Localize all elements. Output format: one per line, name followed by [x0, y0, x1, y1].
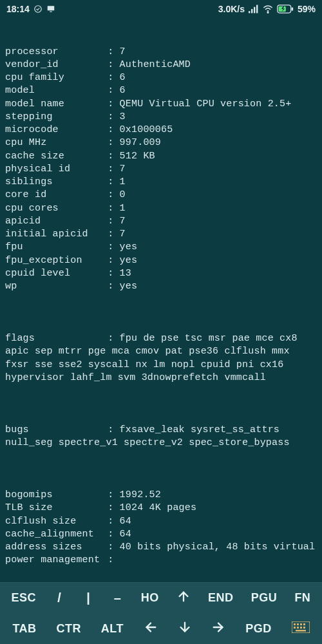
clock-text: 18:14: [6, 4, 30, 14]
svg-rect-16: [294, 627, 296, 629]
keyboard-toolbar: ESC/|–HOENDPGUFN TABCTRALTPGD: [0, 582, 322, 644]
cpuinfo-value: yes: [120, 254, 138, 267]
cpuinfo-key: fpu_exception: [5, 254, 102, 267]
svg-rect-20: [296, 630, 306, 632]
keyboard-icon: [292, 621, 310, 633]
cpuinfo-value: AuthenticAMD: [120, 59, 191, 71]
app-icon-2: [46, 5, 55, 14]
svg-rect-15: [303, 623, 305, 625]
cpuinfo-row: wp : yes: [5, 280, 317, 293]
svg-rect-10: [292, 7, 294, 10]
cpuinfo-key: siblings: [5, 176, 102, 189]
svg-point-0: [35, 6, 42, 13]
cpuinfo-row: bogomips : 1992.52: [5, 489, 317, 502]
cpuinfo-row: address sizes : 40 bits physical, 48 bit…: [5, 541, 317, 554]
cpuinfo-row: apicid : 7: [5, 215, 317, 228]
cpuinfo-key: fpu: [5, 241, 102, 254]
cpuinfo-value: 13: [120, 267, 131, 280]
cpuinfo-row: siblings : 1: [5, 176, 317, 189]
cpuinfo-key: power management: [5, 554, 102, 567]
svg-rect-6: [256, 5, 258, 14]
cpuinfo-value: 997.009: [120, 137, 161, 149]
cpuinfo-row: model name : QEMU Virtual CPU version 2.…: [5, 98, 317, 111]
svg-rect-2: [50, 12, 52, 12]
key-alt[interactable]: ALT: [97, 620, 128, 638]
cpuinfo-value: 1: [120, 202, 126, 215]
key-symbol[interactable]: |: [79, 588, 98, 608]
key-ctr[interactable]: CTR: [52, 620, 85, 638]
svg-rect-17: [297, 627, 299, 629]
cpuinfo-key: bogomips: [5, 489, 102, 502]
cpuinfo-row: fpu : yes: [5, 241, 317, 254]
cpuinfo-key: model name: [5, 98, 102, 111]
network-speed: 3.0K/s: [218, 4, 245, 14]
key-arrow-down[interactable]: [174, 618, 196, 640]
cpuinfo-key: stepping: [5, 111, 102, 124]
cpuinfo-row: cpu cores : 1: [5, 202, 317, 215]
cpuinfo-value: 3: [120, 111, 126, 124]
key-tab[interactable]: TAB: [8, 620, 40, 638]
app-icon-1: [33, 5, 43, 14]
cpuinfo-key: model: [5, 84, 102, 97]
key-arrow-left[interactable]: [140, 618, 162, 640]
cpuinfo-key: microcode: [5, 124, 102, 137]
key-symbol[interactable]: /: [50, 588, 69, 608]
key-fn[interactable]: FN: [290, 589, 314, 607]
key-arrow-up[interactable]: [173, 587, 194, 609]
cpuinfo-key: cache_alignment: [5, 528, 102, 541]
key-end[interactable]: END: [204, 589, 238, 607]
key-esc[interactable]: ESC: [8, 589, 41, 607]
cpuinfo-value: yes: [120, 241, 138, 254]
bugs-line: bugs : fxsave_leak sysret_ss_attrs null_…: [5, 424, 317, 450]
cpuinfo-row: cpu family : 6: [5, 71, 317, 84]
cpuinfo-value: 7: [120, 163, 126, 176]
cpuinfo-key: cpuid level: [5, 267, 102, 280]
svg-rect-18: [300, 627, 302, 629]
cpuinfo-value: 1992.52: [120, 489, 161, 502]
cpuinfo-value: 0: [120, 189, 126, 202]
svg-rect-12: [294, 623, 296, 625]
cpuinfo-value: 7: [120, 215, 126, 228]
cpuinfo-row: processor : 7: [5, 46, 317, 59]
svg-rect-14: [300, 623, 302, 625]
cpuinfo-row: clflush size : 64: [5, 515, 317, 528]
key-symbol[interactable]: –: [108, 588, 128, 608]
svg-rect-5: [254, 7, 255, 14]
svg-rect-4: [251, 9, 252, 13]
cpuinfo-row: initial apicid : 7: [5, 228, 317, 241]
keyboard-row-1: ESC/|–HOENDPGUFN: [0, 583, 322, 614]
key-pgu[interactable]: PGU: [247, 589, 281, 607]
arrow-right-icon: [211, 620, 225, 634]
cpuinfo-row: power management :: [5, 554, 317, 567]
cpuinfo-key: apicid: [5, 215, 102, 228]
key-ho[interactable]: HO: [137, 589, 163, 607]
status-left: 18:14: [6, 4, 55, 14]
cpuinfo-value: yes: [120, 280, 138, 293]
arrow-left-icon: [144, 620, 158, 634]
cpuinfo-key: initial apicid: [5, 228, 102, 241]
cpuinfo-row: model : 6: [5, 84, 317, 97]
key-pgd[interactable]: PGD: [242, 620, 276, 638]
cpuinfo-value: 7: [120, 46, 126, 59]
battery-percent: 59%: [298, 4, 316, 14]
cpuinfo-value: 1024 4K pages: [120, 502, 197, 515]
cpuinfo-row: TLB size : 1024 4K pages: [5, 502, 317, 515]
arrow-up-icon: [176, 589, 191, 603]
svg-point-7: [267, 12, 269, 13]
cpuinfo-block: processor : 7vendor_id : AuthenticAMDcpu…: [5, 46, 317, 294]
keyboard-toggle-button[interactable]: [288, 619, 314, 639]
cpuinfo-value: 6: [120, 71, 126, 84]
status-bar: 18:14 3.0K/s 59%: [0, 0, 322, 18]
cpuinfo-row: vendor_id : AuthenticAMD: [5, 59, 317, 71]
cpuinfo-value: 7: [120, 228, 126, 241]
cpuinfo-block-2: bogomips : 1992.52TLB size : 1024 4K pag…: [5, 489, 317, 567]
key-arrow-right[interactable]: [207, 618, 229, 640]
cpuinfo-key: address sizes: [5, 541, 102, 554]
cpuinfo-value: QEMU Virtual CPU version 2.5+: [120, 98, 292, 111]
terminal-output[interactable]: processor : 7vendor_id : AuthenticAMDcpu…: [0, 18, 322, 644]
cpuinfo-key: cpu family: [5, 71, 102, 84]
svg-rect-13: [297, 623, 299, 625]
cpuinfo-value: 6: [120, 84, 126, 97]
wifi-icon: [263, 5, 273, 14]
keyboard-row-2: TABCTRALTPGD: [0, 614, 322, 645]
